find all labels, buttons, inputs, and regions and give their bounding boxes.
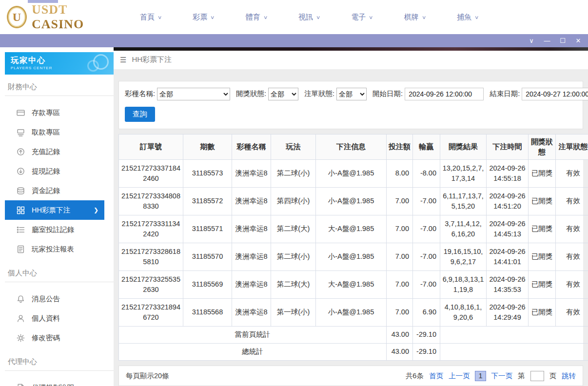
summary-row: 當前頁統計43.00-29.10 — [119, 327, 588, 344]
cell: 已開獎 — [529, 243, 556, 271]
sidebar-item-label: HH彩票下注 — [32, 206, 70, 215]
sidebar-item-label: 代理規則說明 — [32, 383, 74, 386]
cell: -8.00 — [413, 160, 440, 188]
cell: 小-A盤@1.985 — [316, 299, 387, 327]
page-title: HH彩票下注 — [132, 55, 172, 64]
end-date-label: 結束日期: — [490, 89, 520, 98]
window-artifact — [28, 0, 58, 3]
sidebar-item[interactable]: 玩家投注報表 ❯ — [5, 239, 104, 259]
filter-panel: 彩種名稱: 全部 開獎狀態: 全部 注單狀態: 全 — [118, 81, 583, 129]
window-minimize-button[interactable]: — — [539, 34, 555, 47]
sidebar-item-label: 個人資料 — [32, 314, 60, 323]
cell: 大-A盤@1.985 — [316, 271, 387, 299]
nav-item[interactable]: 體育 ∨ — [246, 13, 267, 22]
window-chevron-button[interactable]: ∨ — [524, 34, 539, 47]
sidebar-item[interactable]: 廳室投註記錄 ❯ — [5, 220, 104, 239]
cell: 2152172733371842460 — [119, 160, 183, 188]
sidebar-item-label: 廳室投註記錄 — [32, 225, 74, 234]
nav-item-label: 首頁 — [140, 13, 155, 22]
sidebar-item[interactable]: 修改密碼 ❯ — [5, 328, 104, 347]
cell: 第四球(小) — [271, 188, 316, 215]
cell: -7.00 — [413, 271, 440, 299]
cell: 第二球(小) — [271, 243, 316, 271]
sidebar-item[interactable]: 存款專區 ❯ — [5, 103, 104, 122]
cell: 2024-09-26 14:45:13 — [487, 215, 529, 243]
main-nav: 首頁 ∨ 彩票 ∨ 體育 ∨ 視訊 ∨ 電子 ∨ 棋牌 ∨ 捕魚 ∨ — [140, 13, 478, 22]
cell: 有效 — [556, 160, 588, 188]
jump-suffix-label: 页 — [549, 371, 557, 381]
top-header: U USDT CASINO 首頁 ∨ 彩票 ∨ 體育 ∨ 視訊 ∨ 電子 ∨ 棋… — [0, 0, 588, 34]
sidebar-item[interactable]: 提現記錄 ❯ — [5, 161, 104, 181]
order-status-select[interactable]: 全部 — [336, 88, 367, 100]
sidebar-item[interactable]: 消息公告 ❯ — [5, 289, 104, 309]
cell: 小-A盤@1.985 — [316, 243, 387, 271]
jump-button[interactable]: 跳转 — [562, 371, 576, 381]
document-icon — [17, 384, 25, 386]
prev-page-link[interactable]: 上一页 — [449, 371, 470, 381]
column-header: 期數 — [183, 134, 232, 160]
sidebar-item-label: 提現記錄 — [32, 167, 60, 176]
sidebar-item[interactable]: 個人資料 ❯ — [5, 309, 104, 328]
cell: 31185568 — [183, 299, 232, 327]
next-page-link[interactable]: 下一页 — [491, 371, 513, 381]
cell: 31185572 — [183, 188, 232, 215]
sidebar-item[interactable]: 充值記錄 ❯ — [5, 142, 104, 161]
cell: 2024-09-26 14:29:49 — [487, 299, 529, 327]
person-icon — [17, 314, 25, 323]
sidebar-section-title: 代理中心 — [5, 349, 114, 371]
cell: 7.00 — [387, 215, 413, 243]
banner-strip — [114, 47, 588, 51]
nav-item[interactable]: 棋牌 ∨ — [404, 13, 426, 22]
nav-item[interactable]: 捕魚 ∨ — [457, 13, 478, 22]
nav-item-label: 棋牌 — [404, 13, 419, 22]
hall-record-icon — [17, 226, 25, 234]
table-row: 215217273321894672031185568澳洲幸运8第一球(小)小-… — [119, 299, 588, 327]
table-row: 215217273337184246031185573澳洲幸运8第二球(小)小-… — [119, 160, 588, 188]
sidebar-item[interactable]: 代理規則說明 ❯ — [5, 378, 104, 386]
nav-item[interactable]: 視訊 ∨ — [298, 13, 320, 22]
cell: 第二球(大) — [271, 215, 316, 243]
cell: 有效 — [556, 299, 588, 327]
table-row: 215217273328618581031185570澳洲幸运8第二球(小)小-… — [119, 243, 588, 271]
nav-item-label: 電子 — [351, 13, 366, 22]
table-body: 215217273337184246031185573澳洲幸运8第二球(小)小-… — [119, 160, 588, 361]
column-header: 開獎結果 — [440, 134, 487, 160]
summary-empty — [440, 344, 588, 361]
window-close-button[interactable]: ✕ — [570, 34, 586, 47]
sidebar-section-title: 個人中心 — [5, 261, 114, 282]
sidebar-section: 代理中心 代理規則說明 ❯ — [5, 349, 114, 386]
chevron-down-icon: ∨ — [316, 15, 321, 20]
chevron-down-icon: ∨ — [210, 15, 215, 20]
logo[interactable]: U USDT CASINO — [7, 2, 112, 32]
cell: 31185573 — [183, 160, 232, 188]
sidebar-item[interactable]: HH彩票下注 ❯ — [5, 200, 104, 220]
end-date-input[interactable] — [522, 88, 588, 100]
page-jump-input[interactable] — [530, 371, 544, 381]
hamburger-menu-icon[interactable]: ☰ — [120, 56, 126, 64]
current-page-indicator: 1 — [475, 371, 486, 381]
sidebar-section: 財務中心 存款專區 ❯ 取款專區 ❯ 充值記錄 ❯ 提現記錄 ❯ 資金記錄 ❯ … — [5, 75, 114, 261]
cell: 2152172733348088330 — [119, 188, 183, 215]
bell-icon — [17, 295, 25, 303]
draw-status-select[interactable]: 全部 — [268, 88, 298, 100]
sidebar-item-label: 資金記錄 — [32, 186, 60, 195]
cell: 已開獎 — [529, 188, 556, 215]
sidebar-item[interactable]: 資金記錄 ❯ — [5, 181, 104, 200]
first-page-link[interactable]: 首页 — [429, 371, 443, 381]
sidebar-item[interactable]: 取款專區 ❯ — [5, 122, 104, 142]
window-maximize-button[interactable]: ☐ — [555, 34, 570, 47]
sidebar-item-label: 修改密碼 — [32, 333, 60, 343]
cell: 31185570 — [183, 243, 232, 271]
search-button[interactable]: 查詢 — [125, 107, 155, 122]
sidebar-section-items: 存款專區 ❯ 取款專區 ❯ 充值記錄 ❯ 提現記錄 ❯ 資金記錄 ❯ HH彩票下… — [5, 96, 114, 261]
cell: 已開獎 — [529, 271, 556, 299]
lottery-name-label: 彩種名稱: — [125, 89, 155, 98]
nav-item-label: 視訊 — [298, 13, 313, 22]
nav-item[interactable]: 彩票 ∨ — [193, 13, 214, 22]
sidebar-item-label: 存款專區 — [32, 108, 60, 117]
nav-item[interactable]: 電子 ∨ — [351, 13, 372, 22]
nav-item[interactable]: 首頁 ∨ — [140, 13, 161, 22]
start-date-input[interactable] — [405, 88, 484, 100]
pagination: 共6条 首页 上一页 1 下一页 第 页 跳转 — [406, 371, 576, 381]
lottery-name-select[interactable]: 全部 — [157, 88, 230, 100]
